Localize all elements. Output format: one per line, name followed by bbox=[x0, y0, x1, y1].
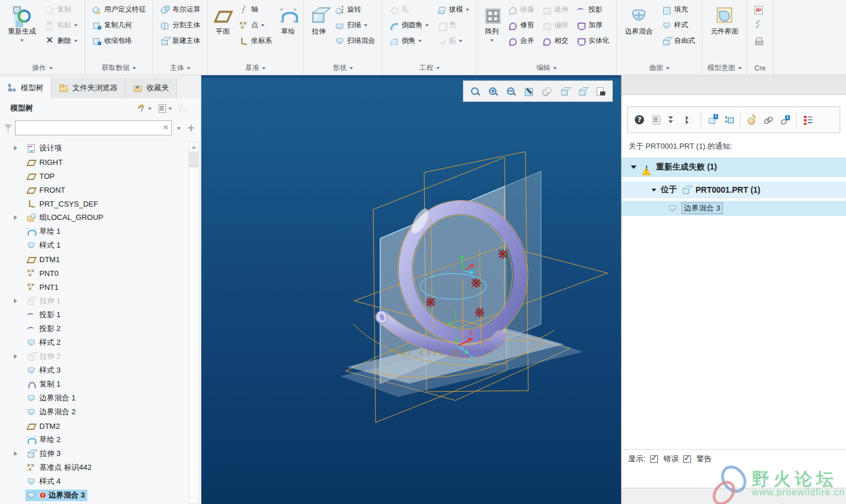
collapse-arrow-icon[interactable] bbox=[631, 165, 637, 172]
expand-arrow-icon[interactable] bbox=[14, 299, 20, 303]
ribbon-button[interactable]: 倒角 bbox=[386, 33, 432, 49]
expand-arrow-icon[interactable] bbox=[14, 451, 20, 456]
ribbon-button[interactable]: 扫描混合 bbox=[332, 33, 378, 49]
tree-item[interactable]: ! 样式 2 bbox=[0, 336, 201, 350]
tree-item[interactable]: ! PNT1 bbox=[0, 280, 201, 294]
ribbon-button[interactable]: 筋 bbox=[433, 33, 473, 49]
ribbon-button[interactable] bbox=[751, 2, 770, 17]
ribbon-group-label[interactable]: 获取数据 bbox=[86, 61, 152, 75]
ribbon-button[interactable]: 修剪 bbox=[505, 17, 538, 33]
tree-item[interactable]: ! 草绘 2 bbox=[0, 433, 201, 447]
ribbon-button[interactable]: 用户定义特征 bbox=[89, 2, 149, 17]
ribbon-button[interactable]: 拔模 bbox=[433, 2, 473, 17]
graphics-toolbar-button[interactable] bbox=[467, 83, 483, 100]
navigator-tab[interactable]: 文件夹浏览器 bbox=[52, 78, 126, 98]
ribbon-group-label[interactable]: 模型意图 bbox=[704, 61, 745, 75]
ribbon-button[interactable]: 延伸 bbox=[539, 2, 572, 17]
ribbon-button[interactable]: 合并 bbox=[505, 33, 538, 49]
tree-item[interactable]: ! 边界混合 3 bbox=[0, 488, 201, 502]
graphics-toolbar-button[interactable] bbox=[521, 83, 537, 100]
ribbon-button[interactable]: 自由式 bbox=[659, 33, 698, 49]
ribbon-button[interactable]: 复制 bbox=[42, 2, 81, 17]
tree-filter-input[interactable] bbox=[15, 120, 172, 135]
notification-toolbar-button[interactable] bbox=[634, 114, 645, 126]
notification-toolbar-button[interactable] bbox=[802, 114, 814, 126]
ribbon-group-label[interactable]: Cre bbox=[748, 61, 772, 75]
ribbon-button[interactable]: 镜像 bbox=[505, 2, 538, 17]
ribbon-button[interactable]: 元件界面 bbox=[706, 2, 743, 38]
tree-item[interactable]: ! DTM2 bbox=[0, 419, 201, 433]
ribbon-button[interactable]: 点 bbox=[236, 17, 275, 33]
ribbon-button[interactable]: 壳 bbox=[433, 17, 473, 33]
graphics-toolbar-button[interactable] bbox=[485, 83, 501, 100]
tree-item[interactable]: ! 基准点 标识442 bbox=[0, 461, 201, 474]
notification-toolbar-button[interactable] bbox=[684, 114, 696, 126]
notification-toolbar-button[interactable] bbox=[746, 114, 757, 126]
ribbon-button[interactable]: 相交 bbox=[539, 33, 572, 49]
tree-item[interactable]: ! 组LOCAL_GROUP bbox=[0, 211, 201, 225]
ribbon-button[interactable]: 样式 bbox=[659, 17, 698, 33]
failed-feature-row[interactable]: 边界混合 3 bbox=[621, 201, 846, 216]
notification-toolbar-button[interactable] bbox=[701, 112, 701, 127]
graphics-toolbar-button[interactable] bbox=[593, 83, 609, 100]
ribbon-group-label[interactable]: 工程 bbox=[384, 61, 475, 75]
clear-filter-icon[interactable]: × bbox=[163, 123, 169, 132]
tree-view-options-button[interactable] bbox=[157, 104, 172, 113]
collapse-arrow-icon[interactable] bbox=[652, 189, 656, 194]
tree-item[interactable]: ! 投影 1 bbox=[0, 308, 201, 322]
ribbon-button[interactable]: 投影 bbox=[573, 2, 613, 17]
tree-scrollbar[interactable] bbox=[189, 142, 199, 503]
ribbon-button[interactable]: 坐标系 bbox=[236, 33, 275, 49]
notification-toolbar-button[interactable] bbox=[707, 114, 718, 126]
ribbon-button[interactable]: 加厚 bbox=[573, 17, 613, 33]
tree-item[interactable]: ! DTM1 bbox=[0, 252, 201, 266]
notification-toolbar-button[interactable] bbox=[796, 112, 797, 127]
ribbon-button[interactable]: 平面 bbox=[211, 2, 234, 38]
ribbon-button[interactable]: 布尔运算 bbox=[157, 2, 204, 17]
tree-item[interactable]: ! TOP bbox=[0, 169, 201, 183]
ribbon-group-label[interactable]: 曲面 bbox=[618, 61, 701, 75]
tree-item[interactable]: ! RIGHT bbox=[0, 155, 201, 169]
tree-item[interactable]: ! PNT0 bbox=[0, 266, 201, 280]
notification-toolbar-button[interactable] bbox=[740, 112, 741, 127]
expand-arrow-icon[interactable] bbox=[14, 215, 20, 220]
navigator-tab[interactable]: 收藏夹 bbox=[126, 78, 177, 98]
ribbon-button[interactable]: 删除 bbox=[42, 33, 81, 49]
add-filter-button[interactable]: + bbox=[186, 120, 196, 135]
notification-toolbar-button[interactable] bbox=[779, 114, 791, 126]
tree-item[interactable]: ! 复制 1 bbox=[0, 377, 201, 391]
ribbon-button[interactable]: 填充 bbox=[659, 2, 698, 17]
ribbon-button[interactable]: 收缩包络 bbox=[89, 33, 149, 49]
ribbon-button[interactable]: 边界混合 bbox=[620, 2, 657, 38]
ribbon-button[interactable]: 分割主体 bbox=[157, 17, 204, 33]
ribbon-button[interactable]: 扫描 bbox=[332, 17, 378, 33]
ribbon-group-label[interactable]: 主体 bbox=[155, 61, 206, 75]
tree-item[interactable]: ! 拉伸 2 bbox=[0, 350, 201, 363]
ribbon-button[interactable]: 倒圆角 bbox=[386, 17, 432, 33]
expand-arrow-icon[interactable] bbox=[14, 354, 20, 359]
ribbon-button[interactable] bbox=[751, 33, 770, 49]
expand-arrow-icon[interactable] bbox=[14, 146, 20, 150]
ribbon-button[interactable]: 阵列 bbox=[480, 2, 503, 45]
graphics-toolbar-button[interactable] bbox=[575, 83, 591, 100]
tree-settings-button[interactable] bbox=[137, 104, 152, 113]
ribbon-button[interactable] bbox=[751, 17, 770, 33]
ribbon-button[interactable]: 新建主体 bbox=[157, 33, 204, 49]
ribbon-group-label[interactable]: 基准 bbox=[209, 61, 302, 75]
tree-item[interactable]: ! 拉伸 3 bbox=[0, 447, 201, 461]
tree-item[interactable]: ! 边界混合 1 bbox=[0, 391, 201, 405]
ribbon-button[interactable]: 偏移 bbox=[539, 17, 572, 33]
ribbon-group-label[interactable]: 编辑 bbox=[478, 61, 615, 75]
notification-toolbar-button[interactable] bbox=[650, 114, 662, 126]
tree-item[interactable]: ! FRONT bbox=[0, 183, 201, 197]
errors-checkbox[interactable] bbox=[650, 455, 658, 463]
tree-item[interactable]: ! 样式 3 bbox=[0, 363, 201, 377]
tree-item[interactable]: ! 拉伸 1 bbox=[0, 294, 201, 308]
ribbon-button[interactable]: 孔 bbox=[386, 2, 432, 17]
tree-item[interactable]: ! 样式 1 bbox=[0, 238, 201, 252]
scrollbar-thumb[interactable] bbox=[189, 152, 198, 167]
regeneration-failure-row[interactable]: 重新生成失败 (1) bbox=[621, 157, 846, 177]
notification-toolbar-button[interactable] bbox=[723, 114, 735, 126]
warnings-checkbox[interactable] bbox=[683, 455, 691, 463]
ribbon-group-label[interactable]: 形状 bbox=[305, 61, 381, 75]
